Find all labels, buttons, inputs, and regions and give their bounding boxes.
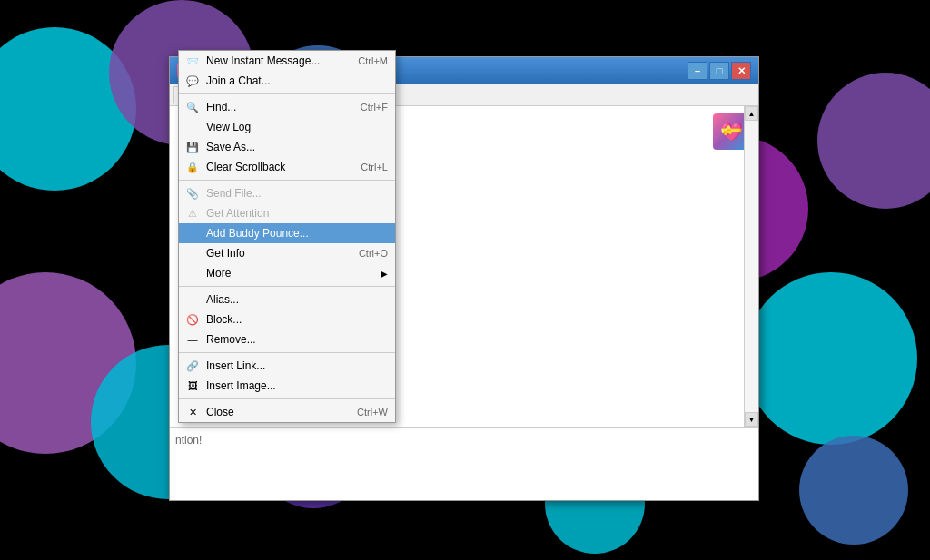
menu-item-clear-scrollback[interactable]: 🔒Clear ScrollbackCtrl+L [179, 157, 395, 177]
menu-item-label: Add Buddy Pounce... [206, 227, 309, 240]
menu-item-icon: 🖼 [184, 378, 201, 393]
menu-item-icon: 💾 [184, 140, 201, 154]
menu-item-label: View Log [206, 121, 251, 133]
menu-item-find-[interactable]: 🔍Find...Ctrl+F [179, 97, 395, 117]
attention-text: ntion! [175, 434, 202, 447]
menu-item-label: More [206, 267, 231, 280]
title-bar-controls: – □ ✕ [688, 62, 751, 80]
menu-item-label: Remove... [206, 333, 256, 346]
menu-item-view-log[interactable]: View Log [179, 117, 395, 137]
menu-item-get-info[interactable]: Get InfoCtrl+O [179, 243, 395, 263]
menu-item-label: Get Info [206, 247, 245, 260]
menu-item-icon: 💬 [184, 74, 201, 88]
menu-item-alias-[interactable]: Alias... [179, 290, 395, 309]
menu-item-icon: ⚠ [184, 206, 201, 221]
menu-item-insert-image-[interactable]: 🖼Insert Image... [179, 376, 395, 396]
menu-separator [179, 352, 395, 353]
menu-item-more[interactable]: More▶ [179, 263, 395, 283]
menu-separator [179, 398, 395, 399]
dropdown-menu: 📨New Instant Message...Ctrl+M💬Join a Cha… [178, 50, 396, 423]
avatar-emoji: 💝 [720, 121, 743, 142]
menu-item-new-instant-message-[interactable]: 📨New Instant Message...Ctrl+M [179, 51, 395, 71]
menu-item-label: Alias... [206, 293, 239, 306]
maximize-button[interactable]: □ [709, 62, 729, 80]
menu-item-label: Send File... [206, 187, 262, 200]
menu-item-shortcut: Ctrl+O [359, 248, 388, 259]
menu-item-icon: 🔍 [184, 100, 201, 114]
menu-item-close[interactable]: ✕CloseCtrl+W [179, 402, 395, 422]
menu-item-label: Save As... [206, 141, 255, 153]
menu-item-remove-[interactable]: —Remove... [179, 329, 395, 349]
menu-item-label: Get Attention [206, 207, 269, 220]
menu-item-label: Find... [206, 101, 236, 113]
bg-circle [817, 73, 930, 209]
menu-item-send-file-: 📎Send File... [179, 183, 395, 203]
menu-item-label: Insert Image... [206, 379, 276, 392]
menu-item-shortcut: Ctrl+L [361, 162, 388, 172]
menu-item-label: Insert Link... [206, 359, 265, 372]
scroll-track[interactable] [745, 121, 758, 412]
chat-input-area[interactable]: ntion! [170, 427, 758, 500]
submenu-arrow-icon: ▶ [381, 269, 388, 279]
menu-separator [179, 286, 395, 287]
menu-item-save-as-[interactable]: 💾Save As... [179, 137, 395, 157]
menu-item-get-attention: ⚠Get Attention [179, 203, 395, 223]
scroll-up-arrow[interactable]: ▲ [745, 106, 758, 121]
menu-item-block-[interactable]: 🚫Block... [179, 309, 395, 329]
menu-item-shortcut: Ctrl+M [358, 55, 388, 66]
menu-item-add-buddy-pounce-[interactable]: Add Buddy Pounce... [179, 223, 395, 243]
menu-item-shortcut: Ctrl+F [361, 102, 388, 113]
minimize-button[interactable]: – [688, 62, 707, 80]
menu-item-insert-link-[interactable]: 🔗Insert Link... [179, 356, 395, 376]
scroll-down-arrow[interactable]: ▼ [745, 412, 758, 427]
menu-item-label: Block... [206, 313, 242, 326]
menu-item-icon: 📎 [184, 186, 201, 201]
menu-item-icon: — [184, 332, 201, 347]
menu-item-label: Join a Chat... [206, 74, 271, 87]
menu-item-label: Clear Scrollback [206, 161, 285, 173]
bg-circle [745, 272, 917, 445]
menu-item-icon: 📨 [184, 54, 201, 68]
menu-item-shortcut: Ctrl+W [357, 407, 388, 418]
menu-separator [179, 93, 395, 94]
close-window-button[interactable]: ✕ [731, 62, 751, 80]
menu-item-label: New Instant Message... [206, 54, 320, 67]
menu-item-icon: 🔒 [184, 160, 201, 174]
bg-circle [799, 436, 908, 545]
menu-item-icon: ✕ [184, 405, 201, 419]
menu-item-join-a-chat-[interactable]: 💬Join a Chat... [179, 71, 395, 91]
menu-item-icon: 🚫 [184, 312, 201, 327]
scrollbar[interactable]: ▲ ▼ [744, 106, 758, 427]
menu-separator [179, 180, 395, 181]
menu-item-icon: 🔗 [184, 359, 201, 373]
menu-item-label: Close [206, 406, 234, 418]
